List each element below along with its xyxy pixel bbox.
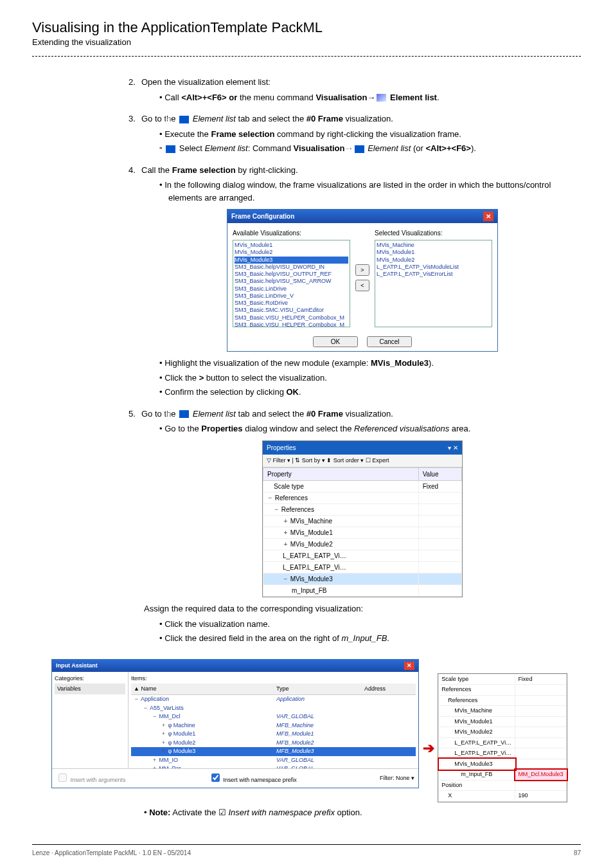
t: Highlight the visualization of the new m… [164,358,371,368]
insert-with-arguments-checkbox[interactable]: Insert with arguments [56,772,126,785]
tab-name: Element list [190,409,236,419]
col-value: Value [418,468,461,481]
step-4-post-2: Click the > button to select the visuali… [159,372,581,384]
step-number: 2. [129,76,141,89]
t: (or [411,143,425,153]
col-type[interactable]: Type [274,683,362,695]
t: visualization. [343,409,393,419]
close-icon[interactable]: ✕ [404,662,414,671]
t: Call [164,93,181,102]
page-title: Visualising in the ApplicationTemplate P… [32,19,581,36]
field-name: m_Input_FB [342,633,387,643]
col-property: Property [263,468,419,481]
t: ). [429,358,434,368]
module-name: MVis_Module3 [371,358,429,368]
assign-bullet-2: Click the desired field in the area on t… [159,632,581,645]
properties-toolbar[interactable]: ▽ Filter ▾ | ⇅ Sort by ▾ ⬍ Sort order ▾ … [263,455,462,468]
menu: Visualisation [294,143,345,153]
cancel-button[interactable]: Cancel [367,336,412,347]
t: the menu command [240,93,316,102]
step-text: Open the visualization element list: [141,77,271,87]
available-label: Available Visualizations: [233,228,350,238]
arrow-icon: ➔ [423,737,434,759]
step-4: 4.Call the Frame selection by right-clic… [129,164,581,399]
t: Element list [205,143,248,153]
assign-bullet-1: Click the visualization name. [159,618,581,631]
t: Click the desired field in the area on t… [164,633,341,643]
available-list[interactable]: MVis_Module1MVis_Module2MVis_Module3SM3_… [233,240,350,327]
t: Activate the [170,808,218,817]
t: Call the [141,165,172,175]
menu: Visualisation [315,93,367,102]
cmd: Frame selection [172,165,236,175]
t: . [299,387,301,397]
menu-item: Element list [366,143,411,153]
t: : Command [248,143,294,153]
panel-controls[interactable]: ▾ ✕ [448,443,458,453]
frame-configuration-dialog: Frame Configuration ✕ Available Visualiz… [227,209,498,352]
t: tab and select the [236,114,306,123]
note-label: Note: [149,808,170,817]
menu-item: Element list [387,93,437,102]
cmd: Frame selection [211,129,274,139]
footer-divider [32,844,581,845]
element-list-tab-icon [179,410,189,418]
step-4-post-1: Highlight the visualization of the new m… [159,357,581,370]
note-line: Note: Activate the ☑ Insert with namespa… [144,806,581,819]
t: dialog window and select the [243,424,354,433]
t: . [437,93,440,102]
categories-item[interactable]: Variables [55,683,125,695]
t: button to select the visualization. [204,373,327,383]
t: Go to the [164,424,201,433]
move-right-button[interactable]: > [355,264,369,276]
t: area. [449,424,470,433]
move-left-button[interactable]: < [355,280,369,291]
frame-name: #0 Frame [306,409,343,419]
t: Go to the [141,114,178,123]
content: 2.Open the visualization element list: C… [129,76,581,818]
t: . [387,633,389,643]
references-result-panel: Scale typeFixedReferencesReferencesMVis_… [438,673,567,802]
t: Confirm the selection by clicking [164,387,286,397]
element-list-icon [355,145,364,153]
dialog-title: Input Assistant [56,662,98,671]
col-address[interactable]: Address [362,683,416,695]
tab-name: Element list [190,114,236,123]
step-number: 3. [129,113,141,125]
items-label: Items: [131,674,416,683]
element-list-icon [166,145,175,153]
dialog-title: Frame Configuration [231,212,294,221]
step-number: 5. [129,408,141,420]
filter-control[interactable]: Filter: None ▾ [380,774,414,783]
ok-button[interactable]: OK [313,336,358,347]
step-5-bullet-1: Go to the Properties dialog window and s… [159,422,581,435]
page-number: 87 [574,849,581,856]
step-3: 3.Go to the Element list tab and select … [129,113,581,155]
divider [32,56,581,57]
insert-with-namespace-checkbox[interactable]: Insert with namespace prefix [209,772,297,785]
shortcut: <Alt>+<F6> or [181,93,240,102]
t: visualization. [343,114,393,123]
step-4-post-3: Confirm the selection by clicking OK. [159,386,581,399]
panel-name: Properties [201,424,242,433]
step-3-bullet-2: Select Element list: Command Visualisati… [159,142,581,155]
t: command by right-clicking the visualizat… [274,129,461,139]
step-5: 5.Go to the Element list tab and select … [129,408,581,645]
properties-panel: Properties ▾ ✕ ▽ Filter ▾ | ⇅ Sort by ▾ … [262,440,463,598]
shortcut: <Alt>+<F6> [425,143,470,153]
footer-left: Lenze · ApplicationTemplate PackML · 1.0… [32,849,191,856]
step-2-bullet-1: Call <Alt>+<F6> or the menu command Visu… [159,91,581,104]
t: Execute the [164,129,211,139]
t: Select [177,143,204,153]
t: option. [335,808,362,817]
page-subtitle: Extending the visualization [32,37,581,47]
step-2: 2.Open the visualization element list: C… [129,76,581,104]
col-name[interactable]: ▲ Name [131,683,274,695]
t: ). [471,143,476,153]
categories-label: Categories: [55,674,125,683]
assign-text: Assign the required data to the correspo… [144,602,581,615]
selected-list[interactable]: MVis_MachineMVis_Module1MVis_Module2L_EA… [375,240,492,327]
t: tab and select the [236,409,306,419]
close-icon[interactable]: ✕ [483,212,493,221]
step-4-bullet-1: In the following dialog window, the fram… [159,179,581,204]
